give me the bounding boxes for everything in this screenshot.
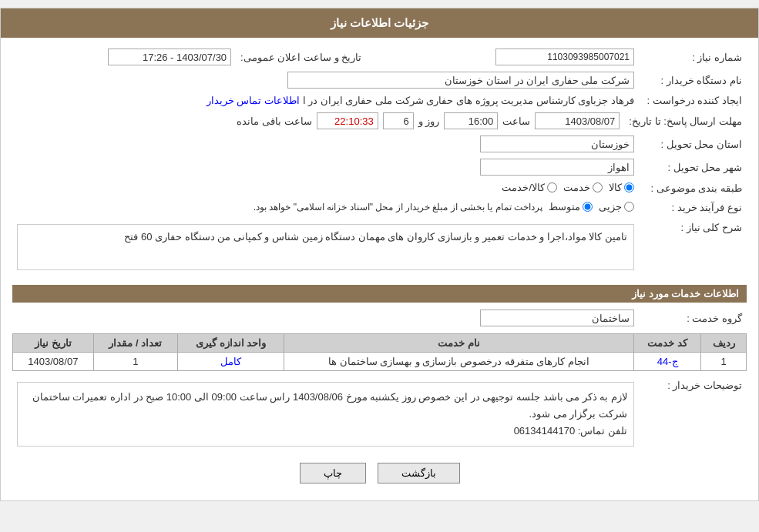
noe-motevaset-label: متوسط — [549, 201, 580, 212]
tabaqe-kala-item: کالا — [609, 182, 634, 193]
deadline-row-flex: 1403/08/07 ساعت 16:00 روز و 6 22:10:33 س… — [17, 112, 620, 129]
saat-label: ساعت — [502, 115, 530, 127]
tabaqe-khadamat-label: خدمت — [563, 182, 590, 193]
info-khadamat-header: اطلاعات خدمات مورد نیاز — [12, 285, 747, 303]
info-table-top: شماره نیاز : 1103093985007021 تاریخ و سا… — [12, 45, 747, 69]
deadline-row: 1403/08/07 ساعت 16:00 روز و 6 22:10:33 س… — [12, 109, 624, 132]
noe-motevaset-item: متوسط — [549, 201, 593, 212]
sharh-value: تامین کالا مواد،اجرا و خدمات تعمیر و باز… — [12, 217, 639, 277]
print-button[interactable]: چاپ — [300, 463, 366, 483]
rooz-value-box: 6 — [383, 112, 414, 129]
noe-farayand-note: پرداخت تمام یا بخشی از مبلغ خریدار از مح… — [254, 202, 542, 212]
page-title: جزئیات اطلاعات نیاز — [1, 8, 758, 38]
noe-farayand-value: جزیی متوسط پرداخت تمام یا بخشی از مبلغ خ… — [12, 198, 639, 217]
tabaqe-khadamat-radio[interactable] — [593, 182, 603, 192]
tabaqe-kala-label: کالا — [609, 182, 622, 193]
col-vahed: واحد اندازه گیری — [178, 334, 284, 353]
cell-code: ج-44 — [633, 353, 700, 371]
cell-tedad: 1 — [93, 353, 177, 371]
namDastgah-box: شرکت ملی حفاری ایران در استان خوزستان — [287, 72, 634, 89]
col-tarikh: تاریخ نیاز — [13, 334, 94, 353]
notes-value: لازم به ذکر می باشد جلسه توجیهی در این خ… — [12, 375, 639, 453]
ijadKonande-value: فرهاد جزباوی کارشناس مدیریت پروژه های حف… — [12, 92, 639, 109]
tabaqe-kala-radio[interactable] — [624, 182, 634, 192]
cell-radif: 1 — [701, 353, 747, 371]
cell-vahed: کامل — [178, 353, 284, 371]
info-table-notes: توضیحات خریدار : لازم به ذکر می باشد جلس… — [12, 375, 747, 453]
tarikh-value-box: 1403/08/07 — [535, 112, 620, 129]
col-tedad: تعداد / مقدار — [93, 334, 177, 353]
rooz-label: روز و — [418, 115, 440, 127]
notes-label: توضیحات خریدار : — [639, 375, 747, 453]
col-radif: ردیف — [701, 334, 747, 353]
info-table-dastgah: نام دستگاه خریدار : شرکت ملی حفاری ایران… — [12, 69, 747, 92]
noe-motevaset-radio[interactable] — [583, 202, 593, 212]
tabaqe-kala-khadamat-item: کالا/خدمت — [502, 182, 557, 193]
main-content: شماره نیاز : 1103093985007021 تاریخ و سا… — [1, 38, 758, 500]
ostan-label: استان محل تحویل : — [639, 132, 747, 156]
col-code: کد خدمت — [633, 334, 700, 353]
tabaqe-kala-khadamat-radio[interactable] — [547, 182, 557, 192]
cell-tarikh: 1403/08/07 — [13, 353, 94, 371]
contact-info-link[interactable]: اطلاعات تماس خریدار — [207, 95, 300, 106]
tabaqe-radio-group: کالا خدمت کالا/خدمت — [502, 182, 634, 193]
tabaqe-label: طبقه بندی موضوعی : — [639, 179, 747, 198]
info-table-deadline: مهلت ارسال پاسخ: تا تاریخ: 1403/08/07 سا… — [12, 109, 747, 132]
namDastgah-label: نام دستگاه خریدار : — [639, 69, 747, 92]
sharh-label: شرح کلی نیاز : — [639, 217, 747, 277]
page-wrapper: جزئیات اطلاعات نیاز شماره نیاز : 1103093… — [0, 8, 759, 501]
tabaqe-khadamat-item: خدمت — [563, 182, 603, 193]
noe-farayand-radio-group: جزیی متوسط پرداخت تمام یا بخشی از مبلغ خ… — [254, 201, 634, 212]
shahr-label: شهر محل تحویل : — [639, 156, 747, 179]
noe-farayand-label: نوع فرآیند خرید : — [639, 198, 747, 217]
ostan-box: خوزستان — [480, 136, 634, 152]
telefon-text: تلفن تماس: 06134144170 — [514, 425, 627, 437]
ijadKonande-text: فرهاد جزباوی کارشناس مدیریت پروژه های حف… — [303, 95, 634, 106]
ostan-value: خوزستان — [12, 132, 639, 156]
info-table-grohe: گروه خدمت : ساختمان — [12, 306, 747, 330]
service-table: ردیف کد خدمت نام خدمت واحد اندازه گیری ت… — [12, 333, 747, 371]
grohe-khadamat-box: ساختمان — [480, 309, 634, 326]
noe-jozii-label: جزیی — [599, 201, 622, 212]
info-table-sharh: شرح کلی نیاز : تامین کالا مواد،اجرا و خد… — [12, 217, 747, 277]
namDastgah-value: شرکت ملی حفاری ایران در استان خوزستان — [12, 69, 639, 92]
tarikh-pub-value: 1403/07/30 - 17:26 — [12, 45, 236, 69]
shahr-box: اهواز — [480, 159, 634, 176]
table-row: 1 ج-44 انجام کارهای متفرقه درخصوص بازساز… — [13, 353, 747, 371]
tabaqe-kala-khadamat-label: کالا/خدمت — [502, 182, 545, 193]
noe-jozii-radio[interactable] — [624, 202, 634, 212]
shomareNiaz-label: شماره نیاز : — [639, 45, 747, 69]
shahr-value: اهواز — [12, 156, 639, 179]
ijadKonande-label: ایجاد کننده درخواست : — [639, 92, 747, 109]
notes-text: لازم به ذکر می باشد جلسه توجیهی در این خ… — [32, 391, 627, 420]
shomareNiaz-value: 1103093985007021 — [389, 45, 639, 69]
info-table-ostan: استان محل تحویل : خوزستان شهر محل تحویل … — [12, 132, 747, 179]
grohe-khadamat-value: ساختمان — [12, 306, 639, 330]
tabaqe-options: کالا خدمت کالا/خدمت — [12, 179, 639, 198]
saat-mande-label: ساعت باقی مانده — [237, 115, 311, 127]
sharh-box: تامین کالا مواد،اجرا و خدمات تعمیر و باز… — [17, 224, 634, 270]
info-table-tabaqe: طبقه بندی موضوعی : کالا خدمت — [12, 179, 747, 198]
info-table-noe: نوع فرآیند خرید : جزیی متوسط پرداخت تمام… — [12, 198, 747, 217]
col-name: نام خدمت — [284, 334, 634, 353]
shomareNiaz-box: 1103093985007021 — [495, 49, 634, 65]
grohe-khadamat-label: گروه خدمت : — [639, 306, 747, 330]
saat-value-box: 16:00 — [444, 112, 498, 129]
tarikh-pub-label: تاریخ و ساعت اعلان عمومی: — [236, 45, 366, 69]
tarikh-pub-box: 1403/07/30 - 17:26 — [108, 49, 231, 65]
button-row: بازگشت چاپ — [12, 453, 747, 493]
noe-jozii-item: جزیی — [599, 201, 634, 212]
notes-box: لازم به ذکر می باشد جلسه توجیهی در این خ… — [17, 382, 634, 447]
back-button[interactable]: بازگشت — [378, 463, 460, 483]
saat-mande-box: 22:10:33 — [317, 112, 378, 129]
mohlatErsalPasokh-label: مهلت ارسال پاسخ: تا تاریخ: — [624, 109, 747, 132]
cell-name: انجام کارهای متفرقه درخصوص بازسازی و بهس… — [284, 353, 634, 371]
info-table-creator: ایجاد کننده درخواست : فرهاد جزباوی کارشن… — [12, 92, 747, 109]
